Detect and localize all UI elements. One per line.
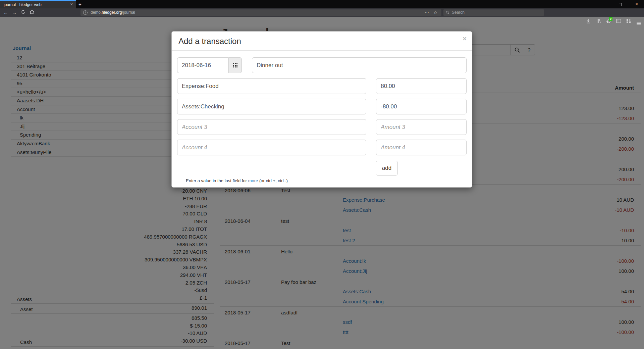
extension-badge: 0 xyxy=(609,17,612,21)
window-controls: × xyxy=(597,0,644,8)
url-text: demo.hledger.org/journal xyxy=(91,9,135,16)
search-icon xyxy=(446,11,449,14)
browser-window: journal - hledger-web × + × ← → i demo.h… xyxy=(0,0,644,349)
browser-tab[interactable]: journal - hledger-web × xyxy=(0,0,76,8)
minimize-icon xyxy=(602,5,606,5)
home-icon[interactable] xyxy=(28,8,36,17)
tab-title: journal - hledger-web xyxy=(4,2,42,7)
add-transaction-modal: Add a transaction × add Enter a value in… xyxy=(171,31,472,188)
modal-body: add Enter a value in the last field for … xyxy=(172,51,472,187)
pocket-grid-icon[interactable] xyxy=(625,17,633,25)
modal-posting-row xyxy=(177,99,467,114)
account-4-input[interactable] xyxy=(177,140,366,155)
menu-icon[interactable] xyxy=(635,17,643,25)
date-input[interactable] xyxy=(177,57,228,73)
modal-close-icon[interactable]: × xyxy=(463,35,467,43)
library-icon[interactable] xyxy=(594,17,602,25)
modal-title: Add a transaction xyxy=(178,37,465,46)
tab-close-icon[interactable]: × xyxy=(70,2,73,7)
date-picker-button[interactable] xyxy=(228,57,242,73)
modal-posting-row xyxy=(177,119,467,135)
close-window-button[interactable]: × xyxy=(629,0,644,8)
address-bar[interactable]: i demo.hledger.org/journal ⋯ ☆ xyxy=(80,9,441,16)
site-info-icon[interactable]: i xyxy=(83,10,88,15)
account-3-input[interactable] xyxy=(177,119,366,135)
page-actions-icon[interactable]: ⋯ xyxy=(425,9,429,16)
reload-icon[interactable] xyxy=(19,8,27,17)
maximize-button[interactable] xyxy=(613,0,628,8)
modal-header: Add a transaction × xyxy=(172,32,472,51)
sidebar-toggle-icon[interactable] xyxy=(614,17,623,25)
modal-posting-row xyxy=(177,140,467,155)
maximize-icon xyxy=(619,3,622,6)
add-button[interactable]: add xyxy=(376,161,398,176)
forward-icon[interactable]: → xyxy=(11,8,18,17)
browser-search-bar[interactable]: Search xyxy=(443,9,544,16)
description-input[interactable] xyxy=(252,57,467,73)
browser-navbar: ← → i demo.hledger.org/journal ⋯ ☆ Searc… xyxy=(0,8,644,17)
calendar-grid-icon xyxy=(233,63,237,67)
amount-3-input[interactable] xyxy=(376,119,467,135)
back-icon[interactable]: ← xyxy=(2,8,9,17)
account-2-input[interactable] xyxy=(177,99,366,114)
extension-icon[interactable]: 0 xyxy=(604,17,612,25)
amount-1-input[interactable] xyxy=(376,78,467,94)
new-tab-button[interactable]: + xyxy=(78,1,82,7)
browser-titlebar: journal - hledger-web × + × xyxy=(0,0,644,8)
account-1-input[interactable] xyxy=(177,78,366,94)
amount-4-input[interactable] xyxy=(376,140,467,155)
amount-2-input[interactable] xyxy=(376,99,467,114)
modal-posting-row xyxy=(177,78,467,94)
modal-hint: Enter a value in the last field for more… xyxy=(186,178,467,183)
more-link[interactable]: more xyxy=(248,178,258,183)
downloads-icon[interactable] xyxy=(584,17,592,25)
search-placeholder: Search xyxy=(452,9,465,16)
minimize-button[interactable] xyxy=(597,0,611,8)
bookmark-star-icon[interactable]: ☆ xyxy=(433,9,437,16)
